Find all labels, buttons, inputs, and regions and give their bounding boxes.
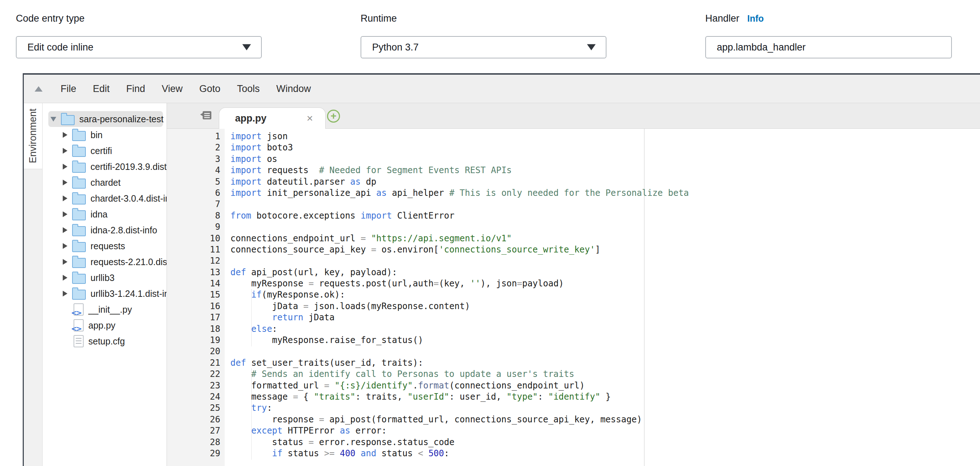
tree-item-requests-2-21-0-dist-info[interactable]: requests-2.21.0.dist-info <box>48 254 163 270</box>
code-token: : <box>538 392 549 402</box>
code-token <box>231 312 272 323</box>
tree-item-chardet-3-0-4-dist-info[interactable]: chardet-3.0.4.dist-info <box>48 191 163 206</box>
tree-item-certifi-2019-3-9-dist-info[interactable]: certifi-2019.3.9.dist-info <box>48 159 163 175</box>
code-token: as <box>376 188 387 198</box>
code-lines: import jsonimport boto3import osimport r… <box>167 129 980 459</box>
menu-item-tools[interactable]: Tools <box>237 83 259 94</box>
handler-field: Handler Info app.lambda_handler <box>705 13 952 24</box>
folder-icon <box>72 163 86 173</box>
code-token: connections_source_api_key <box>231 245 371 254</box>
code-token: # Needed for Segment Events REST APIs <box>319 165 512 175</box>
code-line <box>167 199 980 210</box>
python-file-icon: <> <box>73 319 84 331</box>
code-token: { <box>298 392 314 402</box>
code-line: import json <box>167 131 980 142</box>
tree-item-idna[interactable]: idna <box>48 206 163 222</box>
tree-item-requests[interactable]: requests <box>48 238 163 254</box>
chevron-right-icon[interactable] <box>63 212 67 217</box>
code-token: requests <box>262 165 319 175</box>
chevron-right-icon[interactable] <box>63 259 67 265</box>
menu-item-goto[interactable]: Goto <box>199 83 221 94</box>
tree-item-app-py[interactable]: <>app.py <box>48 317 163 333</box>
code-token: format <box>418 380 449 391</box>
code-token <box>231 324 251 334</box>
folder-icon <box>72 289 86 300</box>
menu-items: FileEditFindViewGotoToolsWindow <box>60 83 311 94</box>
chevron-down-icon[interactable] <box>51 117 56 122</box>
chevron-right-icon[interactable] <box>63 196 67 201</box>
code-line: connections_source_api_key = os.environ[… <box>167 244 980 255</box>
code-token <box>335 449 340 458</box>
menu-item-window[interactable]: Window <box>276 83 311 94</box>
environment-tab-label: Environment <box>27 108 38 164</box>
code-token: error: <box>350 426 387 436</box>
handler-input[interactable]: app.lambda_handler <box>705 36 952 59</box>
code-entry-type-select[interactable]: Edit code inline <box>16 36 262 59</box>
code-token: (myResponse.ok): <box>262 289 345 300</box>
menu-item-find[interactable]: Find <box>126 83 145 94</box>
tree-item-init-py[interactable]: <>__init__.py <box>48 302 163 317</box>
code-token: init_personalize_api <box>262 188 376 198</box>
collapse-editor-icon[interactable] <box>35 86 43 92</box>
chevron-right-icon[interactable] <box>63 180 67 185</box>
tree-item-sara-personalize-test[interactable]: sara-personalize-test <box>48 111 163 127</box>
code-token: if <box>251 289 262 300</box>
tab-environment[interactable]: Environment <box>24 103 42 169</box>
folder-icon <box>72 210 86 220</box>
runtime-field: Runtime Python 3.7 <box>361 13 606 24</box>
menu-item-view[interactable]: View <box>162 83 183 94</box>
tree-item-idna-2-8-dist-info[interactable]: idna-2.8.dist-info <box>48 222 163 238</box>
code-token: def <box>231 267 246 277</box>
text-lines-glyph <box>76 338 81 345</box>
code-brackets-glyph: <> <box>71 324 81 333</box>
code-token: import <box>231 131 262 142</box>
code-token: # This is only needed for the Personaliz… <box>449 188 689 198</box>
code-line: import boto3 <box>167 142 980 153</box>
new-tab-button[interactable]: + <box>327 110 340 122</box>
folder-icon <box>72 147 86 157</box>
code-token: api_post(formatted_url, connections_sour… <box>324 414 642 425</box>
editor-tabbar: app.py × + <box>167 103 980 129</box>
code-token: ClientError <box>392 211 454 221</box>
close-icon[interactable]: × <box>307 113 313 124</box>
tree-item-urllib3[interactable]: urllib3 <box>48 270 163 286</box>
code-token: 'connections_source_write_key' <box>439 245 595 254</box>
tree-item-setup-cfg[interactable]: setup.cfg <box>48 333 163 349</box>
runtime-label: Runtime <box>361 13 397 24</box>
code-token: api_post(url, key, payload): <box>246 267 397 277</box>
tab-list-icon[interactable] <box>200 109 212 124</box>
ide-window: FileEditFindViewGotoToolsWindow Environm… <box>23 73 980 466</box>
tree-item-urllib3-1-24-1-dist-info[interactable]: urllib3-1.24.1.dist-info <box>48 286 163 302</box>
handler-value: app.lambda_handler <box>717 42 805 53</box>
code-token: >= <box>324 449 335 458</box>
ide-body: Environment sara-personalize-testbincert… <box>24 103 980 466</box>
code-line <box>167 221 980 233</box>
chevron-right-icon[interactable] <box>63 164 67 170</box>
runtime-select[interactable]: Python 3.7 <box>361 36 606 59</box>
code-token: = <box>324 380 329 391</box>
folder-icon <box>72 178 86 189</box>
tree-item-label: app.py <box>88 320 115 331</box>
code-token: 400 <box>340 449 355 458</box>
chevron-right-icon[interactable] <box>63 148 67 154</box>
tab-app-py[interactable]: app.py × <box>219 108 326 129</box>
menu-item-file[interactable]: File <box>60 83 76 94</box>
handler-info-link[interactable]: Info <box>748 13 764 24</box>
chevron-right-icon[interactable] <box>63 227 67 233</box>
folder-icon <box>72 226 86 236</box>
chevron-right-icon[interactable] <box>63 243 67 249</box>
tree-item-chardet[interactable]: chardet <box>48 175 163 191</box>
code-token: formatted_url <box>231 380 324 391</box>
tree-item-bin[interactable]: bin <box>48 127 163 143</box>
chevron-right-icon[interactable] <box>63 291 67 296</box>
folder-icon <box>61 115 75 125</box>
code-token: (connections_endpoint_url) <box>449 380 585 391</box>
chevron-right-icon[interactable] <box>63 275 67 281</box>
code-token: set_user_traits(user_id, traits): <box>246 358 423 368</box>
code-token: jData <box>231 301 303 311</box>
tree-item-certifi[interactable]: certifi <box>48 143 163 159</box>
code-editor[interactable]: 1234567891011121314151617181920212223242… <box>167 129 980 466</box>
code-token: error.response.status_code <box>314 437 454 447</box>
chevron-right-icon[interactable] <box>63 132 67 138</box>
menu-item-edit[interactable]: Edit <box>93 83 110 94</box>
